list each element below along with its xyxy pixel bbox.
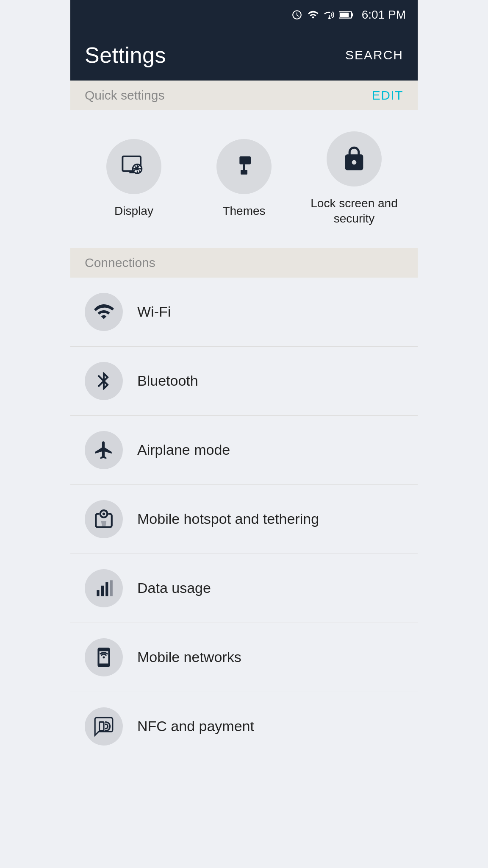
battery-icon — [339, 9, 354, 20]
airplane-icon-circle — [85, 431, 123, 469]
display-label: Display — [114, 203, 153, 219]
svg-rect-7 — [239, 156, 251, 164]
quick-setting-themes[interactable]: Themes — [189, 139, 299, 219]
mobile-hotspot-label: Mobile hotspot and tethering — [137, 511, 319, 527]
connections-label: Connections — [85, 256, 155, 270]
status-icons: 6:01 PM — [291, 8, 406, 22]
hotspot-icon-circle — [85, 500, 123, 538]
data-usage-icon-circle — [85, 569, 123, 607]
bluetooth-icon — [93, 370, 114, 392]
mobile-networks-item[interactable]: Mobile networks — [70, 623, 418, 692]
svg-rect-13 — [105, 582, 108, 596]
wifi-icon-circle — [85, 293, 123, 331]
airplane-mode-label: Airplane mode — [137, 442, 230, 458]
nfc-payment-label: NFC and payment — [137, 718, 254, 734]
quick-settings-header: Quick settings EDIT — [70, 81, 418, 110]
display-icon-circle — [106, 139, 161, 194]
wifi-item[interactable]: Wi-Fi — [70, 278, 418, 347]
lock-screen-icon — [341, 145, 368, 172]
signal-icon — [324, 9, 335, 20]
lock-screen-icon-circle — [327, 131, 382, 186]
themes-icon-circle — [216, 139, 272, 194]
quick-setting-display[interactable]: Display — [79, 139, 189, 219]
alarm-icon — [291, 9, 302, 20]
search-button[interactable]: SEARCH — [345, 48, 403, 62]
data-usage-icon — [93, 578, 114, 599]
quick-settings-label: Quick settings — [85, 88, 164, 103]
status-time: 6:01 PM — [362, 8, 406, 22]
svg-point-10 — [103, 512, 105, 515]
nfc-icon — [93, 716, 114, 737]
svg-rect-12 — [101, 586, 104, 596]
app-bar: Settings SEARCH — [70, 30, 418, 81]
themes-label: Themes — [222, 203, 265, 219]
quick-setting-lock-screen[interactable]: Lock screen and security — [299, 131, 409, 227]
bluetooth-icon-circle — [85, 362, 123, 400]
page-title: Settings — [85, 42, 166, 68]
svg-rect-11 — [97, 590, 99, 596]
wifi-label: Wi-Fi — [137, 303, 171, 320]
airplane-icon — [93, 440, 114, 461]
data-usage-label: Data usage — [137, 580, 211, 596]
nfc-payment-item[interactable]: NFC and payment — [70, 692, 418, 761]
mobile-networks-icon-circle — [85, 638, 123, 676]
display-icon — [120, 153, 147, 180]
svg-rect-8 — [243, 164, 245, 170]
svg-rect-1 — [340, 13, 349, 17]
mobile-hotspot-item[interactable]: Mobile hotspot and tethering — [70, 485, 418, 554]
svg-point-6 — [136, 167, 139, 171]
svg-rect-9 — [241, 170, 247, 175]
nfc-icon-circle — [85, 707, 123, 746]
mobile-networks-icon — [93, 647, 114, 668]
data-usage-item[interactable]: Data usage — [70, 554, 418, 623]
airplane-mode-item[interactable]: Airplane mode — [70, 416, 418, 485]
lock-screen-label: Lock screen and security — [299, 196, 409, 227]
svg-rect-2 — [352, 13, 353, 17]
mobile-networks-label: Mobile networks — [137, 649, 241, 665]
connections-list: Wi-Fi Bluetooth Airplane mode — [70, 278, 418, 761]
wifi-icon — [93, 301, 114, 323]
bluetooth-item[interactable]: Bluetooth — [70, 347, 418, 416]
quick-settings-row: Display Themes Lock screen and security — [70, 110, 418, 248]
hotspot-icon — [93, 509, 114, 530]
svg-rect-14 — [110, 580, 113, 596]
svg-point-15 — [103, 656, 105, 658]
themes-icon — [230, 153, 258, 180]
status-bar: 6:01 PM — [70, 0, 418, 30]
edit-button[interactable]: EDIT — [372, 88, 403, 103]
svg-rect-16 — [100, 722, 104, 731]
wifi-status-icon — [307, 9, 319, 20]
bluetooth-label: Bluetooth — [137, 373, 198, 389]
connections-header: Connections — [70, 248, 418, 278]
